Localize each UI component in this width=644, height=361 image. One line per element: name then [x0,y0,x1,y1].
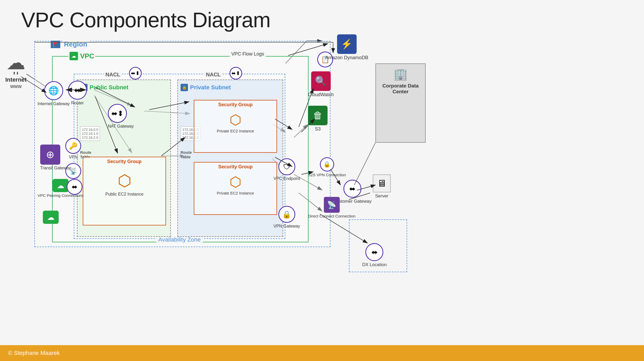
sg-label-private-bottom: Security Group [194,163,277,171]
cloudwatch-label: CloudWatch [308,92,334,98]
internet-gateway-label: Internet Gateway [38,101,70,106]
vpn-gateway-label: VPN Gateway [274,224,300,229]
vpc-label: VPC [80,52,94,60]
page-title: VPC Components Diagram [21,8,270,32]
sg-label-private-top: Security Group [194,100,277,109]
private-ec2-bottom: ⬡ Private EC2 Instance [194,174,277,195]
private-subnet-label: 🔒 Private Subnet [181,84,231,91]
nacl-label-public: NACL [104,72,122,78]
internet-label: Internet [5,76,27,83]
security-group-private-bottom: Security Group ⬡ Private EC2 Instance [194,162,277,215]
public-ec2-label: Public EC2 Instance [105,192,143,197]
bottom-cloud: ☁ [43,211,59,224]
private-ec2-label-1: Private EC2 Instance [217,129,254,133]
copyright-bar: © Stephane Maarek [0,345,644,361]
vpc-endpoint-label: VPC Endpoint [273,176,300,181]
security-group-public: Security Group ⬡ Public EC2 Instance [83,157,166,225]
public-subnet-box: NACL ⬌⬍ 🔒 Public Subnet ⬌⬍ NAT Gateway 1… [77,80,171,237]
corporate-dc-building-icon: 🏢 [376,64,425,81]
cloudwatch: 🔍 CloudWatch [308,71,334,98]
region-box: 🚩 Region ☁ VPC Availability Zone NACL ⬌⬍… [34,41,330,247]
s3: 🗑 S3 [308,106,328,132]
region-flag-icon: 🚩 [51,41,60,48]
copyright-text: © Stephane Maarek [8,350,60,357]
availability-zone-box: Availability Zone NACL ⬌⬍ 🔒 Public Subne… [74,74,285,239]
nacl-label-private: NACL [204,72,222,78]
server: 🖥 Server [373,174,391,199]
private-ec2-top: ⬡ Private EC2 Instance [194,112,277,133]
nacl-icon-public: ⬌⬍ [129,67,142,80]
vpc-flow-logs-label: VPC Flow Logs [230,51,266,57]
private-subnet-box: NACL ⬌⬍ 🔒 Private Subnet 172.16.0.0 172.… [177,80,283,237]
s2s-vpn: 🔒 S2S VPN Connection [308,157,346,177]
s2s-vpn-label: S2S VPN Connection [308,173,346,177]
public-subnet-text: Public Subnet [90,84,128,91]
transit-gateway-label: Transit Gateway [40,166,71,170]
s3-label: S3 [315,126,321,132]
dynamodb: ⚡ Amazon DynamoDB [325,34,368,61]
vpc-peering-router: ⬌ [67,179,82,195]
nat-gateway-icon: ⬌⬍ NAT Gateway [108,104,134,129]
private-ec2-label-2: Private EC2 Instance [217,191,254,195]
vpc-box: ☁ VPC Availability Zone NACL ⬌⬍ 🔒 Public… [52,56,309,242]
corporate-dc-box: 🏢 Corporate Data Center [375,63,426,143]
sg-label-public: Security Group [83,157,165,166]
direct-connect-label: Direct Connect Connection [308,214,355,219]
internet-gateway: 🌐 Internet Gateway [38,81,70,106]
internet-icon: ☁ ⬆⬇ Internet www [5,52,27,89]
server-label: Server [375,193,388,199]
nacl-icon-private: ⬌⬍ [229,67,242,80]
direct-connect: 📡 Direct Connect Connection [308,197,355,219]
public-ec2: ⬡ Public EC2 Instance [83,171,165,197]
public-subnet-label: 🔒 Public Subnet [80,84,128,91]
dynamodb-label: Amazon DynamoDB [325,55,368,61]
router: ⬌ Router [68,81,87,105]
private-subnet-text: Private Subnet [190,84,231,91]
vpc-icon: ☁ [70,52,78,60]
private-subnet-lock-icon: 🔒 [181,84,188,91]
dx-location-box [349,219,407,272]
router-label: Router [71,101,84,105]
availability-zone-label: Availability Zone [156,236,203,243]
svg-line-33 [354,143,375,185]
security-group-private-top: Security Group ⬡ Private EC2 Instance [194,100,277,153]
route-table-label-private: RouteTable [181,150,192,159]
nat-gateway-label: NAT Gateway [108,124,134,129]
vpc-endpoint: 🛡 VPC Endpoint [273,158,300,181]
www-label: www [5,83,27,89]
transit-gateway: ⊕ Transit Gateway [40,145,71,170]
route-table-public: 172.16.0.0 172.16.1.0 172.16.2.0 [80,126,100,141]
region-label: Region [62,40,89,48]
vpn-gateway: 🔒 VPN Gateway [274,206,300,229]
corporate-dc-label: Corporate Data Center [376,83,425,95]
